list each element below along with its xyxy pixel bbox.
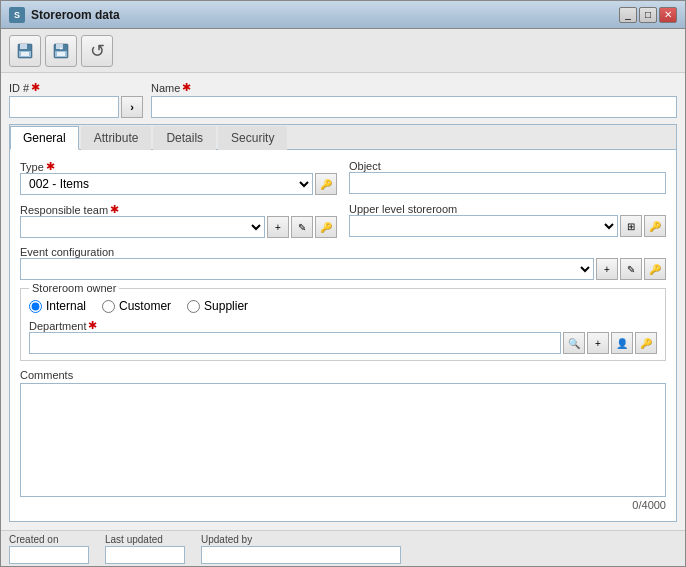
type-row: 002 - Items 🔑 (20, 173, 337, 195)
department-input[interactable] (29, 332, 561, 354)
updated-by-input (201, 546, 401, 564)
last-updated-field: Last updated (105, 534, 185, 564)
event-config-select[interactable] (20, 258, 594, 280)
name-field-row (151, 96, 677, 118)
svg-rect-1 (20, 44, 27, 49)
id-required-star: ✱ (31, 81, 40, 94)
storeroom-owner-label: Storeroom owner (29, 282, 119, 294)
tab-attribute[interactable]: Attribute (81, 126, 152, 150)
storeroom-owner-box: Storeroom owner Internal Customer Sup (20, 288, 666, 361)
event-key-button[interactable]: 🔑 (644, 258, 666, 280)
type-select[interactable]: 002 - Items (20, 173, 313, 195)
internal-radio-label[interactable]: Internal (29, 299, 86, 313)
dept-search-button[interactable]: 🔍 (563, 332, 585, 354)
dept-required-star: ✱ (88, 319, 97, 332)
tab-security[interactable]: Security (218, 126, 287, 150)
created-on-label: Created on (9, 534, 89, 545)
event-config-row: + ✎ 🔑 (20, 258, 666, 280)
event-add-button[interactable]: + (596, 258, 618, 280)
id-field-row: › (9, 96, 143, 118)
last-updated-input (105, 546, 185, 564)
team-required-star: ✱ (110, 203, 119, 216)
internal-radio[interactable] (29, 300, 42, 313)
name-input[interactable] (151, 96, 677, 118)
comments-label: Comments (20, 369, 666, 381)
type-key-button[interactable]: 🔑 (315, 173, 337, 195)
team-add-button[interactable]: + (267, 216, 289, 238)
upper-level-col: Upper level storeroom ⊞ 🔑 (349, 203, 666, 238)
created-on-input (9, 546, 89, 564)
team-row: + ✎ 🔑 (20, 216, 337, 238)
char-count: 0/4000 (20, 499, 666, 511)
upper-level-label: Upper level storeroom (349, 203, 666, 215)
svg-rect-3 (21, 52, 29, 56)
team-select[interactable] (20, 216, 265, 238)
general-tab-content: Type ✱ 002 - Items 🔑 Object (10, 150, 676, 521)
customer-radio[interactable] (102, 300, 115, 313)
event-edit-button[interactable]: ✎ (620, 258, 642, 280)
updated-by-label: Updated by (201, 534, 401, 545)
id-label: ID # ✱ (9, 81, 143, 94)
window-controls: _ □ ✕ (619, 7, 677, 23)
title-bar: S Storeroom data _ □ ✕ (1, 1, 685, 29)
department-group: Department ✱ 🔍 + 👤 🔑 (29, 319, 657, 354)
tabs-header: General Attribute Details Security (10, 125, 676, 150)
department-row: 🔍 + 👤 🔑 (29, 332, 657, 354)
responsible-team-label: Responsible team ✱ (20, 203, 337, 216)
last-updated-label: Last updated (105, 534, 185, 545)
tab-details[interactable]: Details (153, 126, 216, 150)
dept-add-button[interactable]: + (587, 332, 609, 354)
upper-level-key-button[interactable]: 🔑 (644, 215, 666, 237)
upper-level-select[interactable] (349, 215, 618, 237)
customer-radio-label[interactable]: Customer (102, 299, 171, 313)
team-edit-button[interactable]: ✎ (291, 216, 313, 238)
comments-section: Comments 0/4000 (20, 369, 666, 511)
supplier-radio[interactable] (187, 300, 200, 313)
name-label: Name ✱ (151, 81, 677, 94)
save-button[interactable] (9, 35, 41, 67)
type-col: Type ✱ 002 - Items 🔑 (20, 160, 337, 195)
id-field-group: ID # ✱ › (9, 81, 143, 118)
window-icon: S (9, 7, 25, 23)
object-label: Object (349, 160, 666, 172)
toolbar: + ↺ (1, 29, 685, 73)
type-required-star: ✱ (46, 160, 55, 173)
tabs-container: General Attribute Details Security Type … (9, 124, 677, 522)
supplier-radio-label[interactable]: Supplier (187, 299, 248, 313)
id-nav-button[interactable]: › (121, 96, 143, 118)
owner-radio-row: Internal Customer Supplier (29, 299, 657, 313)
refresh-button[interactable]: ↺ (81, 35, 113, 67)
comments-textarea[interactable] (20, 383, 666, 497)
svg-rect-7 (57, 52, 65, 56)
department-label: Department ✱ (29, 319, 657, 332)
object-input: PDM - Manager (349, 172, 666, 194)
updated-by-field: Updated by (201, 534, 401, 564)
name-field-group: Name ✱ (151, 81, 677, 118)
tab-general[interactable]: General (10, 126, 79, 150)
event-config-label: Event configuration (20, 246, 666, 258)
upper-level-nav-button[interactable]: ⊞ (620, 215, 642, 237)
created-on-field: Created on (9, 534, 89, 564)
minimize-button[interactable]: _ (619, 7, 637, 23)
object-col: Object PDM - Manager (349, 160, 666, 195)
content-area: ID # ✱ › Name ✱ General (1, 73, 685, 530)
save-icon (16, 42, 34, 60)
upper-level-row: ⊞ 🔑 (349, 215, 666, 237)
window-title: Storeroom data (31, 8, 613, 22)
event-config-group: Event configuration + ✎ 🔑 (20, 246, 666, 280)
status-bar: Created on Last updated Updated by (1, 530, 685, 566)
id-input[interactable] (9, 96, 119, 118)
svg-text:+: + (60, 45, 63, 51)
team-key-button[interactable]: 🔑 (315, 216, 337, 238)
save-local-button[interactable]: + (45, 35, 77, 67)
dept-key-button[interactable]: 🔑 (635, 332, 657, 354)
responsible-team-col: Responsible team ✱ + ✎ 🔑 (20, 203, 337, 238)
team-upper-row: Responsible team ✱ + ✎ 🔑 Upper level sto (20, 203, 666, 238)
maximize-button[interactable]: □ (639, 7, 657, 23)
id-name-row: ID # ✱ › Name ✱ (9, 81, 677, 118)
close-button[interactable]: ✕ (659, 7, 677, 23)
dept-person-button[interactable]: 👤 (611, 332, 633, 354)
type-object-row: Type ✱ 002 - Items 🔑 Object (20, 160, 666, 195)
name-required-star: ✱ (182, 81, 191, 94)
save-local-icon: + (52, 42, 70, 60)
